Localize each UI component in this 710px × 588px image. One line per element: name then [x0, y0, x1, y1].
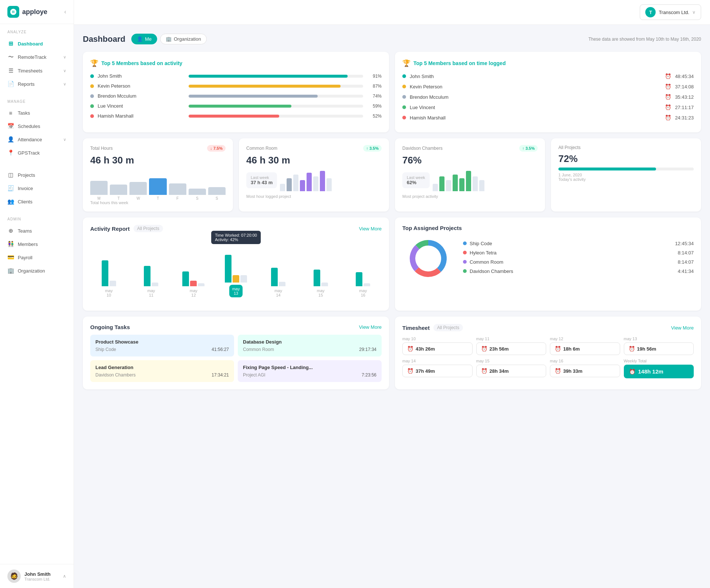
- bar: [189, 189, 206, 195]
- top5-activity-card: 🏆 Top 5 Members based on activity John S…: [83, 52, 389, 132]
- common-mini-bars: [280, 169, 332, 191]
- sidebar-label-reports: Reports: [18, 81, 35, 87]
- sidebar-item-attendance[interactable]: 👤 Attendance ∨: [0, 133, 74, 146]
- top-projects-card: Top Assigned Projects Ship Code 12:45:34…: [395, 217, 701, 311]
- timesheet-view-more[interactable]: View More: [671, 325, 694, 331]
- task-row: Project AGI 7:23:56: [243, 372, 376, 378]
- sidebar-item-dashboard[interactable]: ⊞ Dashboard: [0, 37, 74, 50]
- org-selector[interactable]: T Transcom Ltd. ∨: [640, 4, 701, 20]
- time-members: John Smith ⏰ 48:45:34 Kevin Peterson ⏰ 3…: [402, 73, 694, 121]
- sidebar-label-teams: Teams: [18, 228, 32, 234]
- activity-tooltip: Time Worked: 07:20:00 Activity: 42%: [211, 231, 261, 244]
- sidebar-item-gpstrack[interactable]: 📍 GPSTrack: [0, 146, 74, 159]
- legend-item: Ship Code 12:45:34: [463, 241, 694, 246]
- gray-bar: [109, 281, 116, 286]
- ts-val: 19h 56m: [637, 346, 656, 352]
- stat-davidson-label: Davidson Chambers: [402, 146, 443, 151]
- stat-total-header: Total Hours ↓ 7.5%: [90, 145, 226, 152]
- projects-icon: ◫: [7, 172, 14, 178]
- bar-day-labels: MTWTFSS: [90, 196, 226, 200]
- time-name: Brendon Mcculum: [410, 94, 661, 100]
- member-pct: 87%: [367, 84, 382, 89]
- badge-davidson: ↑ 3.5%: [519, 145, 538, 152]
- top-projects-title: Top Assigned Projects: [402, 225, 462, 231]
- progress-fill: [558, 168, 656, 170]
- timesheet-filter[interactable]: All Projects: [433, 324, 463, 331]
- member-row: Brendon Mcculum 74%: [90, 93, 382, 99]
- tab-me[interactable]: 👤 Me: [131, 34, 157, 44]
- sidebar-toggle[interactable]: ‹: [64, 9, 66, 15]
- act-bar-group: may10: [90, 260, 128, 297]
- task-sub: Project AGI: [243, 372, 266, 378]
- stat-all-projects: All Projects 72% 1 June, 2020 Today's ac…: [551, 138, 701, 212]
- ts-val: 28h 34m: [490, 368, 509, 374]
- gpstrack-icon: 📍: [7, 149, 14, 156]
- mini-bar: [307, 173, 312, 191]
- task-item: Lead Generation Davidson Chambers 17:34:…: [90, 360, 234, 382]
- legend-name: Hyleon Tetra: [470, 250, 675, 256]
- tasks-view-more[interactable]: View More: [359, 324, 382, 330]
- sidebar-item-clients[interactable]: 👥 Clients: [0, 195, 74, 208]
- act-bar-group: may14: [260, 268, 297, 297]
- mini-bar: [439, 176, 444, 191]
- time-row: John Smith ⏰ 48:45:34: [402, 73, 694, 79]
- sidebar-item-schedules[interactable]: 📅 Schedules: [0, 119, 74, 133]
- act-bars: [271, 268, 285, 286]
- teams-icon: ⊕: [7, 227, 14, 234]
- donut-segment: [428, 240, 447, 272]
- activity-view-more[interactable]: View More: [359, 226, 382, 232]
- legend-item: Hyleon Tetra 8:14:07: [463, 250, 694, 256]
- member-dot: [90, 114, 94, 118]
- red-bar: [190, 281, 197, 286]
- ongoing-tasks-card: Ongoing Tasks View More Product Showcase…: [83, 317, 389, 389]
- user-footer[interactable]: 🧔 John Smith Transcom Ltd. ∧: [0, 564, 74, 588]
- task-sub: Davidson Chambers: [95, 372, 136, 378]
- ts-val: 37h 49m: [416, 368, 435, 374]
- top5-time-title: 🏆 Top 5 Members based on time logged: [402, 59, 694, 67]
- sidebar-item-teams[interactable]: ⊕ Teams: [0, 224, 74, 237]
- top-projects-header: Top Assigned Projects: [402, 225, 694, 231]
- sidebar-item-organization[interactable]: 🏢 Organization: [0, 264, 74, 277]
- tab-organization[interactable]: 🏢 Organization: [160, 34, 207, 44]
- sidebar-item-projects[interactable]: ◫ Projects: [0, 168, 74, 182]
- sidebar-item-timesheets[interactable]: ☰ Timesheets ∨: [0, 64, 74, 77]
- member-pct: 59%: [367, 104, 382, 109]
- act-bar-group: may16: [344, 272, 382, 297]
- org-name: Transcom Ltd.: [659, 10, 689, 15]
- time-val: 48:45:34: [675, 74, 694, 79]
- sidebar-item-invoice[interactable]: 🧾 Invoice: [0, 182, 74, 195]
- bar-label: W: [129, 196, 147, 200]
- sidebar-label-invoice: Invoice: [18, 186, 33, 191]
- badge-common: ↑ 3.5%: [363, 145, 382, 152]
- dashboard-icon: ⊞: [7, 40, 14, 47]
- ts-cell: may 11 ⏰ 23h 56m: [476, 337, 547, 355]
- bar-label: T: [110, 196, 127, 200]
- ts-time-box: ⏰ 28h 34m: [476, 365, 547, 377]
- sidebar-item-remotetrack[interactable]: 〜 RemoteTrack ∨: [0, 50, 74, 64]
- sidebar-item-members[interactable]: 👫 Members: [0, 237, 74, 251]
- organization-icon: 🏢: [7, 267, 14, 274]
- tab-me-label: Me: [145, 36, 152, 42]
- legend-dot: [463, 241, 467, 245]
- logo-text: apploye: [22, 8, 47, 16]
- task-item: Database Design Common Room 29:17:34: [238, 335, 382, 356]
- remotetrack-icon: 〜: [7, 54, 14, 61]
- sidebar-item-payroll[interactable]: 💳 Payroll: [0, 251, 74, 264]
- legend-item: Davidson Chambers 4:41:34: [463, 268, 694, 274]
- ts-date: may 14: [402, 359, 473, 363]
- badge-total: ↓ 7.5%: [207, 145, 226, 152]
- ts-date: may 11: [476, 337, 547, 341]
- weekly-total-val: 148h 12m: [638, 368, 663, 375]
- sidebar-label-gpstrack: GPSTrack: [18, 150, 40, 156]
- stat-all-label: All Projects: [558, 145, 581, 150]
- act-bars: [144, 266, 158, 286]
- analyze-section: Analyze ⊞ Dashboard 〜 RemoteTrack ∨ ☰ Ti…: [0, 24, 74, 94]
- member-name: Lue Vincent: [98, 103, 185, 109]
- bar: [169, 183, 186, 195]
- green-bar: [314, 270, 320, 286]
- sidebar-item-reports[interactable]: 📄 Reports ∨: [0, 77, 74, 91]
- mini-bar: [453, 175, 458, 191]
- bar-label: S: [189, 196, 206, 200]
- sidebar-item-tasks[interactable]: ≡ Tasks: [0, 107, 74, 119]
- activity-filter[interactable]: All Projects: [133, 225, 163, 232]
